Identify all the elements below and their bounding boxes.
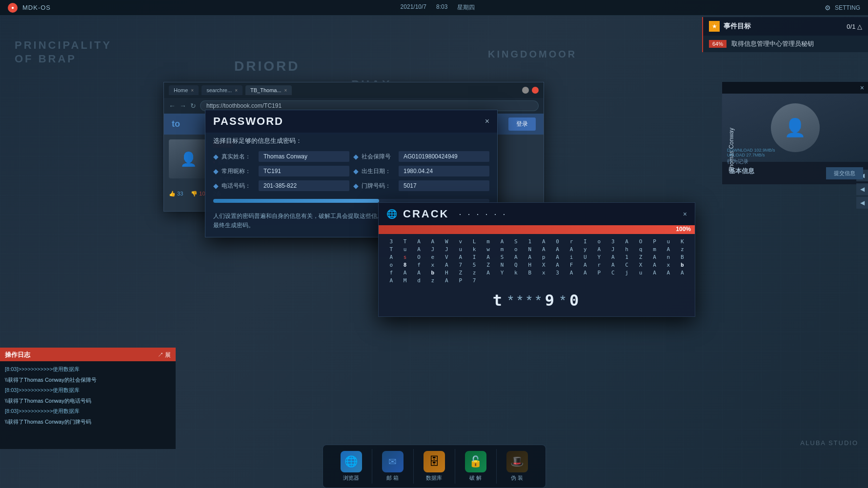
weekday-label: 星期四 — [457, 3, 475, 12]
log-expand-btn[interactable]: ↗ 展 — [158, 351, 171, 359]
cc-r3-5: A — [454, 254, 467, 261]
password-dialog-title: PASSWORD — [213, 115, 283, 128]
tab-search-close[interactable]: × — [235, 88, 238, 93]
field-door: ◆ 门牌号码： 5017 — [353, 180, 489, 191]
cc-r4-3: x — [426, 261, 439, 269]
event-panel-header: ★ 事件目标 0/1 △ — [703, 17, 868, 36]
download-stat: DOWNLOAD 102.9MB/s — [727, 148, 868, 153]
browser-refresh-btn[interactable]: ↻ — [190, 102, 196, 110]
toothbook-login-btn[interactable]: 登录 — [508, 117, 536, 131]
submit-info-btn[interactable]: 提交信息 — [826, 167, 863, 179]
cc-r3-10: A — [523, 254, 536, 261]
event-panel-body: 64% 取得信息管理中心管理员秘钥 — [703, 36, 868, 52]
browser-label: 浏览器 — [343, 474, 359, 482]
browser-back-btn[interactable]: ← — [169, 102, 176, 110]
cc-r6-6: 7 — [467, 277, 481, 284]
password-dialog-close[interactable]: × — [485, 117, 489, 126]
cc-r3-14: U — [579, 254, 592, 261]
cc-r5-10: B — [523, 269, 536, 276]
cc-r2-5: u — [454, 246, 467, 253]
log-entry-3: \\获得了Thomas Conway的电话号码 — [5, 397, 171, 406]
browser-tab-search[interactable]: searchre... × — [202, 85, 242, 95]
crack-result-a2: * — [517, 293, 523, 308]
crack-dots: · · · · · · — [459, 209, 507, 219]
field-birthday: ◆ 出生日期： 1980.04.24 — [353, 166, 489, 176]
crack-result-a3: * — [526, 293, 532, 308]
cc-r3-1: s — [398, 254, 411, 261]
taskbar-crack[interactable]: 🔓 破 解 — [455, 449, 497, 484]
cc-r6-2: d — [412, 277, 425, 284]
profile-action-2[interactable]: ◀ — [856, 183, 868, 195]
log-panel: 操作日志 ↗ 展 [8:03]>>>>>>>>>>>使用数据库 \\获得了Tho… — [0, 348, 176, 449]
field-value-birthday: 1980.04.24 — [399, 166, 489, 176]
cc-r3-15: Y — [592, 254, 606, 261]
tab-home-close[interactable]: × — [191, 88, 194, 93]
cc-r5-11: x — [537, 269, 550, 276]
settings-label[interactable]: SETTING — [835, 4, 860, 11]
crack-dialog-close[interactable]: × — [683, 210, 687, 218]
taskbar-disguise[interactable]: 🎩 伪 装 — [497, 449, 538, 484]
field-value-realname: Thomas Conway — [259, 151, 349, 162]
star-badge: ★ — [709, 21, 720, 32]
cc-r2-8: m — [495, 246, 508, 253]
crack-progress-bg: 100% — [379, 225, 695, 234]
password-progress-bar-fill — [213, 199, 379, 203]
cc-r3-9: A — [509, 254, 523, 261]
cc-r3-2: O — [412, 254, 425, 261]
submit-info-row: 行为记录 提交信息 — [727, 158, 863, 179]
profile-sidebar-close[interactable]: × — [860, 84, 864, 92]
browser-profile-avatar: 👤 — [169, 139, 208, 178]
field-label-door: 门牌号码： — [362, 182, 396, 190]
cc-r1-5: v — [454, 238, 467, 245]
browser-close-btn[interactable] — [532, 87, 539, 94]
cc-r1-20: u — [662, 238, 675, 245]
cc-r4-4: A — [440, 261, 453, 269]
topbar: ● MDK-OS 2021/10/7 8:03 星期四 ⚙ SETTING — [0, 0, 868, 16]
crack-result-a5: * — [560, 293, 565, 308]
taskbar-database[interactable]: 🗄 数据库 — [414, 449, 455, 484]
crack-dialog: 🌐 CRACK · · · · · · × 100% 3 T A A W v L… — [378, 202, 695, 317]
browser-forward-btn[interactable]: → — [180, 102, 186, 110]
cc-r4-16: A — [606, 261, 620, 269]
submit-label: 行为记录 — [727, 158, 863, 165]
disguise-label: 伪 装 — [511, 474, 523, 482]
profile-action-3[interactable]: ◀ — [856, 197, 868, 209]
browser-tab-tb[interactable]: TB_Thoma... × — [245, 85, 292, 95]
cc-r1-10: 1 — [523, 238, 536, 245]
crack-chars-grid: 3 T A A W v L m A S 1 A 0 r I o 3 A O P … — [379, 234, 695, 288]
log-panel-header: 操作日志 ↗ 展 — [0, 349, 176, 361]
star-icon: ★ — [712, 23, 717, 30]
cc-r4-12: A — [551, 261, 564, 269]
cc-r5-12: 3 — [551, 269, 564, 276]
cc-r1-8: A — [495, 238, 508, 245]
cc-r4-19: A — [648, 261, 661, 269]
taskbar-mail[interactable]: ✉ 邮 箱 — [372, 449, 414, 484]
log-panel-title: 操作日志 — [5, 351, 30, 359]
browser-minimize-btn[interactable] — [522, 87, 529, 94]
cc-r6-0: A — [384, 277, 398, 284]
cc-r2-11: A — [537, 246, 550, 253]
cc-r5-16: C — [606, 269, 620, 276]
crack-result: t * * * * 9 * 0 — [379, 288, 695, 316]
cc-r6-5: P — [454, 277, 467, 284]
cc-r1-7: m — [482, 238, 495, 245]
cc-r5-1: A — [398, 269, 411, 276]
cc-r4-1: 8 — [398, 261, 411, 269]
cc-r2-19: m — [648, 246, 661, 253]
field-dot-1: ◆ — [213, 153, 219, 160]
cc-r5-8: Y — [495, 269, 508, 276]
cc-r1-15: o — [592, 238, 606, 245]
cc-r2-9: o — [509, 246, 523, 253]
log-entry-0: [8:03]>>>>>>>>>>>使用数据库 — [5, 365, 171, 374]
field-label-birthday: 出生日期： — [362, 167, 396, 176]
field-real-name: ◆ 真实姓名： Thomas Conway — [213, 151, 349, 162]
cc-r5-2: A — [412, 269, 425, 276]
cc-r1-1: T — [398, 238, 411, 245]
cc-r5-0: f — [384, 269, 398, 276]
app-title: MDK-OS — [22, 4, 51, 11]
cc-r2-7: w — [482, 246, 495, 253]
taskbar-browser[interactable]: 🌐 浏览器 — [331, 449, 372, 484]
browser-tab-home[interactable]: Home × — [169, 85, 199, 95]
tab-tb-close[interactable]: × — [284, 88, 287, 93]
cc-r5-9: k — [509, 269, 523, 276]
